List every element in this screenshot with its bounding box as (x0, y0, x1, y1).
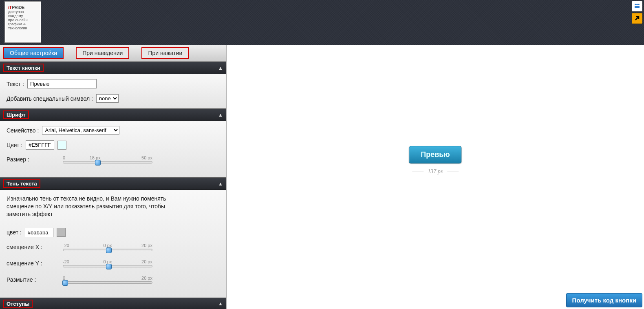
section-title: Текст кнопки (3, 64, 44, 72)
slider-value: 0 px (104, 243, 112, 248)
slider-handle[interactable] (62, 280, 68, 286)
shadow-color-label: цвет : (7, 229, 22, 236)
collapse-icon: ▲ (218, 112, 223, 118)
font-color-label: Цвет : (7, 142, 22, 148)
special-char-label: Добавить специальный символ : (7, 95, 93, 102)
svg-point-2 (638, 4, 640, 5)
svg-rect-3 (635, 6, 636, 8)
section-title: Отступы (3, 300, 33, 308)
section-title: Шрифт (3, 110, 29, 119)
section-header-padding[interactable]: Отступы ▲ (0, 298, 226, 309)
slider-max: 50 px (141, 155, 152, 160)
font-family-select[interactable]: Arial, Helvetica, sans-serif (42, 126, 119, 135)
logo-subtitle-3: графика & технологии (8, 22, 37, 30)
top-banner: iTPRiDE доступно каждому про онлайн граф… (0, 0, 644, 45)
offset-x-slider[interactable] (63, 249, 152, 251)
blur-slider[interactable] (63, 281, 152, 284)
slider-max: 20 px (141, 276, 152, 280)
special-char-select[interactable]: none (96, 94, 119, 103)
slider-max: 20 px (141, 243, 152, 248)
external-arrow-icon[interactable] (632, 13, 642, 24)
tab-hover[interactable]: При наведении (76, 47, 129, 59)
logo-subtitle-2: про онлайн (8, 18, 37, 22)
slider-handle[interactable] (106, 264, 112, 269)
section-title: Тень текста (3, 179, 40, 188)
preview-panel: Превью 137 px (227, 45, 644, 309)
blur-label: Размытие : (7, 276, 51, 283)
logo-box: iTPRiDE доступно каждому про онлайн граф… (5, 2, 41, 42)
settings-panel: Общие настройки При наведении При нажати… (0, 45, 227, 309)
collapse-icon: ▲ (218, 301, 223, 307)
logo-subtitle-1: доступно каждому (8, 10, 37, 18)
slider-max: 20 px (141, 259, 152, 264)
offset-y-slider[interactable] (63, 265, 152, 267)
font-color-input[interactable] (26, 140, 54, 150)
section-header-shadow[interactable]: Тень текста ▲ (0, 177, 226, 190)
collapse-icon: ▲ (218, 65, 223, 71)
tab-general[interactable]: Общие настройки (3, 47, 64, 59)
offset-x-label: смещение X : (7, 244, 51, 250)
font-size-slider[interactable] (63, 161, 152, 163)
slider-min: 0 (63, 155, 65, 160)
font-family-label: Семейство : (7, 127, 39, 134)
font-size-label: Размер : (7, 156, 51, 163)
font-color-swatch[interactable] (57, 141, 66, 150)
logo-brand: iTPRiDE (8, 5, 37, 10)
svg-rect-4 (636, 6, 638, 8)
shadow-color-swatch[interactable] (57, 228, 66, 237)
preview-width-label: 137 px (409, 168, 461, 175)
preview-button[interactable]: Превью (409, 146, 461, 163)
svg-point-1 (636, 4, 638, 5)
shadow-color-input[interactable] (25, 228, 53, 237)
slider-min: -20 (63, 259, 69, 264)
text-input[interactable] (27, 79, 97, 88)
slider-handle[interactable] (106, 247, 112, 253)
text-label: Текст : (7, 81, 24, 87)
svg-point-0 (635, 4, 636, 5)
section-header-text[interactable]: Текст кнопки ▲ (0, 62, 226, 74)
get-code-button[interactable]: Получить код кнопки (566, 293, 642, 307)
svg-rect-5 (638, 6, 640, 8)
slider-handle[interactable] (95, 160, 101, 166)
slider-value: 0 px (104, 259, 112, 264)
section-header-font[interactable]: Шрифт ▲ (0, 108, 226, 121)
slider-min: 0 (63, 276, 65, 280)
share-people-icon[interactable] (632, 1, 642, 11)
shadow-description: Изначально тень от текста не видно, и Ва… (7, 195, 182, 218)
tabs-row: Общие настройки При наведении При нажати… (0, 45, 226, 62)
offset-y-label: смещение Y : (7, 260, 51, 267)
collapse-icon: ▲ (218, 181, 223, 187)
slider-min: -20 (63, 243, 69, 248)
tab-active[interactable]: При нажатии (141, 47, 189, 59)
